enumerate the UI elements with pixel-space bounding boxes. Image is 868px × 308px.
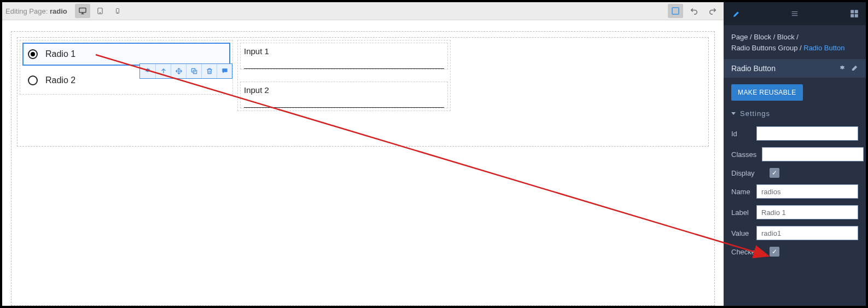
selection-toolbar [139,63,232,79]
topbar: Editing Page: radio [2,2,724,20]
editing-page-label: Editing Page: radio [5,7,67,15]
radio-option-1[interactable]: Radio 1 [22,43,230,66]
breadcrumb-seg[interactable]: Block [754,33,771,41]
display-checkbox[interactable]: ✓ [770,168,779,178]
prop-label: Name [731,188,751,196]
chevron-down-icon [731,112,736,115]
properties-sidebar: Page / Block / Block / Radio Buttons Gro… [724,2,866,306]
copy-icon[interactable] [186,64,201,78]
prop-label: Label [724,202,866,223]
radio-circle-icon [28,49,38,59]
device-tablet-button[interactable] [92,4,108,18]
prop-label: Label [731,208,751,217]
device-mobile-button[interactable] [110,4,125,18]
svg-rect-10 [855,14,858,18]
prop-checked: Checked ✓ [724,243,866,260]
settings-section-header[interactable]: Settings [724,104,866,123]
plugin-icon[interactable] [140,64,155,78]
prop-label: Checked [731,248,764,256]
device-desktop-button[interactable] [75,4,90,18]
prop-id: Id [724,123,866,144]
editing-page-prefix: Editing Page: [5,7,50,15]
prop-label: Display [731,169,764,177]
settings-section-label: Settings [740,109,770,118]
classes-input[interactable] [762,147,864,161]
breadcrumb-seg[interactable]: Page [731,33,748,41]
prop-display: Display ✓ [724,165,866,181]
settings-tab-icon[interactable] [790,10,800,18]
plugin-icon[interactable] [838,65,846,72]
radio-option-2-label: Radio 2 [45,75,75,85]
svg-rect-0 [79,8,86,13]
svg-rect-9 [850,14,854,18]
svg-rect-8 [855,10,858,13]
text-input[interactable] [244,96,444,108]
editing-page-name: radio [50,7,67,15]
input-2-group[interactable]: Input 2 [240,82,448,108]
parent-up-icon[interactable] [155,64,171,78]
page-outline: Radio 1 Radio 2 [11,31,715,306]
square-icon [672,7,679,15]
editor-main: Editing Page: radio [2,2,724,306]
radio-group-block[interactable]: Radio 1 Radio 2 [20,40,233,95]
prop-label: Value [731,229,751,237]
redo-button[interactable] [705,4,720,18]
outline-toggle-button[interactable] [668,4,683,18]
breadcrumb-seg[interactable]: Radio Buttons Group [731,44,797,52]
inputs-block[interactable]: Input 1 Input 2 [237,40,451,111]
sidebar-tabs [724,2,866,25]
comment-icon[interactable] [217,64,232,78]
breadcrumb-current[interactable]: Radio Button [803,44,844,52]
svg-point-2 [100,13,100,13]
input-2-label: Input 2 [244,85,444,95]
breadcrumb-seg[interactable]: Block [777,33,795,41]
value-input[interactable] [756,226,858,240]
svg-rect-7 [850,10,854,13]
breadcrumb: Page / Block / Block / Radio Buttons Gro… [724,25,866,59]
make-reusable-button[interactable]: MAKE REUSABLE [731,84,803,101]
radio-option-1-label: Radio 1 [45,49,75,59]
style-tab-icon[interactable] [730,9,740,19]
prop-label: Classes [731,150,756,159]
move-icon[interactable] [171,64,186,78]
name-input[interactable] [756,184,858,199]
block-outline: Radio 1 Radio 2 [17,37,709,147]
panel-title-text: Radio Button [731,64,776,73]
id-input[interactable] [756,126,858,141]
radio-circle-icon [28,75,38,85]
canvas[interactable]: Radio 1 Radio 2 [2,20,724,306]
prop-label: Id [731,130,751,138]
prop-name: Name [724,181,866,202]
input-1-label: Input 1 [244,47,444,56]
svg-point-4 [117,13,118,13]
label-input[interactable] [756,205,858,219]
eraser-icon[interactable] [850,65,858,72]
checked-checkbox[interactable]: ✓ [770,247,779,257]
layers-tab-icon[interactable] [849,9,859,19]
prop-classes: Classes [724,144,866,165]
prop-value: Value [724,223,866,243]
panel-title: Radio Button [724,59,866,78]
text-input[interactable] [244,57,444,69]
input-1-group[interactable]: Input 1 [240,43,448,69]
undo-button[interactable] [686,4,702,18]
trash-icon[interactable] [201,64,217,78]
